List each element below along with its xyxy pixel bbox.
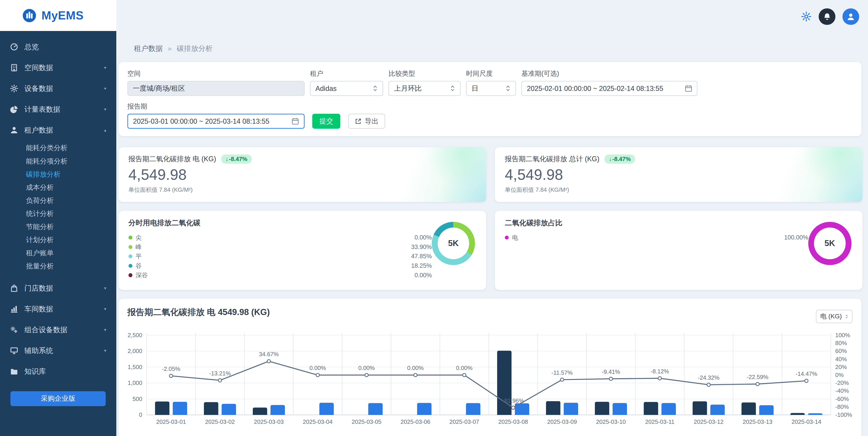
legend-percentage: 0.00%: [414, 272, 432, 279]
brand-name[interactable]: MyEMS: [41, 9, 84, 22]
user-avatar[interactable]: [842, 8, 859, 25]
svg-text:1,000: 1,000: [128, 380, 142, 386]
sidebar-item-3[interactable]: 计量表数据▾: [0, 99, 116, 120]
submit-button[interactable]: 提交: [312, 114, 341, 129]
logo-mark: [22, 8, 37, 23]
sidebar-item-4[interactable]: 租户数据▴: [0, 120, 116, 140]
arrow-down-icon: ↓: [225, 156, 228, 162]
menu-toggle-icon[interactable]: [7, 12, 17, 19]
svg-text:0.00%: 0.00%: [407, 365, 424, 371]
sidebar-item-label: 租户数据: [25, 125, 53, 135]
legend-dot: [128, 236, 132, 239]
sidebar-item-6[interactable]: 车间数据▾: [0, 299, 116, 320]
space-input[interactable]: [127, 81, 305, 96]
reporting-period-input[interactable]: 2025-03-01 00:00:00 ~ 2025-03-14 08:13:5…: [127, 114, 305, 129]
person-glyph: [846, 12, 856, 22]
svg-text:2025-03-12: 2025-03-12: [694, 418, 723, 425]
gears-icon: [10, 326, 18, 334]
legend-percentage: 0.00%: [414, 234, 432, 241]
stat-value: 4,549.98: [505, 166, 852, 183]
trend-badge: ↓-8.47%: [221, 155, 252, 164]
legend-item[interactable]: 深谷0.00%: [128, 270, 432, 280]
sidebar-nav: 总览空间数据▾设备数据▾计量表数据▾租户数据▴能耗分类分析能耗分项分析碳排放分析…: [0, 31, 116, 382]
sidebar-subitem-active[interactable]: 碳排放分析: [0, 168, 116, 181]
export-button[interactable]: 导出: [348, 114, 385, 129]
gear-icon: [10, 85, 18, 93]
legend-item[interactable]: 平47.85%: [128, 252, 432, 261]
legend-dot: [505, 236, 509, 239]
export-label: 导出: [365, 117, 378, 126]
tenant-label: 租户: [310, 69, 383, 78]
period-type-field: 时间尺度 日: [466, 69, 516, 96]
svg-text:20%: 20%: [835, 364, 847, 370]
svg-text:0: 0: [139, 411, 142, 418]
legend-name: 峰: [135, 243, 142, 251]
buy-enterprise-button[interactable]: 采购企业版: [10, 391, 106, 406]
sidebar-subitem[interactable]: 节能分析: [0, 220, 116, 233]
comparison-select[interactable]: 上月环比: [389, 81, 461, 96]
legend-percentage: 47.85%: [411, 253, 432, 260]
svg-text:2025-03-07: 2025-03-07: [450, 418, 479, 425]
shop-icon: [10, 284, 18, 292]
sidebar-item-label: 知识库: [25, 367, 46, 376]
sidebar-subitem[interactable]: 能耗分项分析: [0, 155, 116, 168]
sidebar-subitem[interactable]: 成本分析: [0, 181, 116, 194]
svg-text:0.00%: 0.00%: [359, 365, 375, 371]
notifications-bell-icon[interactable]: [819, 8, 835, 25]
sidebar-item-8[interactable]: 辅助系统▾: [0, 340, 116, 361]
svg-text:2025-03-03: 2025-03-03: [254, 418, 284, 425]
unit-select[interactable]: 电 (KG): [816, 310, 852, 323]
sidebar-subitem[interactable]: 能耗分类分析: [0, 141, 116, 155]
share-legend: 电100.00%: [505, 233, 808, 242]
chart-title: 报告期二氧化碳排放 电 4549.98 (KG): [127, 306, 852, 318]
period-type-select[interactable]: 日: [466, 81, 516, 96]
svg-text:100%: 100%: [835, 332, 850, 338]
sidebar-item-9[interactable]: 知识库: [0, 361, 116, 382]
calendar-icon: [685, 85, 692, 92]
reporting-period-value: 2025-03-01 00:00:00 ~ 2025-03-14 08:13:5…: [133, 118, 270, 125]
svg-text:-11.57%: -11.57%: [552, 370, 573, 376]
sidebar-item-2[interactable]: 设备数据▾: [0, 78, 116, 99]
card-title: 二氧化碳排放占比: [505, 218, 852, 228]
chevron-down-icon: ▾: [104, 86, 106, 91]
myems-logo-icon[interactable]: [22, 8, 37, 23]
tou-donut-chart: 5K: [432, 222, 475, 265]
donut-center-label: 5K: [448, 239, 459, 248]
sidebar-item-0[interactable]: 总览: [0, 36, 116, 57]
space-field: 空间: [127, 69, 305, 96]
sidebar-subitem[interactable]: 批量分析: [0, 260, 116, 273]
svg-text:-13.21%: -13.21%: [209, 370, 231, 376]
svg-text:0.00%: 0.00%: [310, 365, 326, 371]
legend-name: 谷: [135, 262, 142, 270]
legend-percentage: 33.90%: [411, 243, 432, 250]
legend-item[interactable]: 谷18.25%: [128, 261, 432, 271]
sidebar-item-7[interactable]: 组合设备数据▾: [0, 320, 116, 340]
svg-text:-20%: -20%: [835, 380, 849, 386]
tenant-select[interactable]: Adidas: [310, 81, 383, 96]
sidebar-subitem[interactable]: 负荷分析: [0, 194, 116, 207]
breadcrumb-parent[interactable]: 租户数据: [134, 44, 163, 54]
share-donut-chart: 5K: [808, 222, 851, 265]
select-caret-icon: [845, 313, 848, 320]
svg-text:-9.41%: -9.41%: [602, 369, 620, 375]
base-period-input[interactable]: 2025-02-01 00:00:00 ~ 2025-02-14 08:13:5…: [521, 81, 698, 96]
emission-bar-chart: 2,5002,0001,5001,0005000100%80%60%40%20%…: [127, 329, 853, 436]
legend-item[interactable]: 电100.00%: [505, 233, 808, 242]
settings-gear-icon[interactable]: [801, 11, 811, 22]
sidebar: 总览空间数据▾设备数据▾计量表数据▾租户数据▴能耗分类分析能耗分项分析碳排放分析…: [0, 31, 116, 436]
legend-item[interactable]: 峰33.90%: [128, 242, 432, 252]
svg-text:34.67%: 34.67%: [259, 351, 279, 358]
chevron-up-icon: ▴: [104, 128, 106, 133]
comparison-field: 比较类型 上月环比: [389, 69, 461, 96]
svg-text:2025-03-10: 2025-03-10: [596, 418, 626, 425]
sidebar-item-5[interactable]: 门店数据▾: [0, 278, 116, 299]
select-caret-icon: [373, 85, 378, 92]
sidebar-subitem[interactable]: 租户账单: [0, 247, 116, 260]
tou-emission-card: 分时用电排放二氧化碳 尖0.00%峰33.90%平47.85%谷18.25%深谷…: [119, 211, 486, 290]
svg-text:-24.32%: -24.32%: [698, 374, 719, 381]
sidebar-item-1[interactable]: 空间数据▾: [0, 57, 116, 78]
sidebar-subitem[interactable]: 统计分析: [0, 207, 116, 220]
chevron-down-icon: ▾: [104, 327, 106, 332]
legend-item[interactable]: 尖0.00%: [128, 233, 432, 242]
sidebar-subitem[interactable]: 计划分析: [0, 234, 116, 247]
